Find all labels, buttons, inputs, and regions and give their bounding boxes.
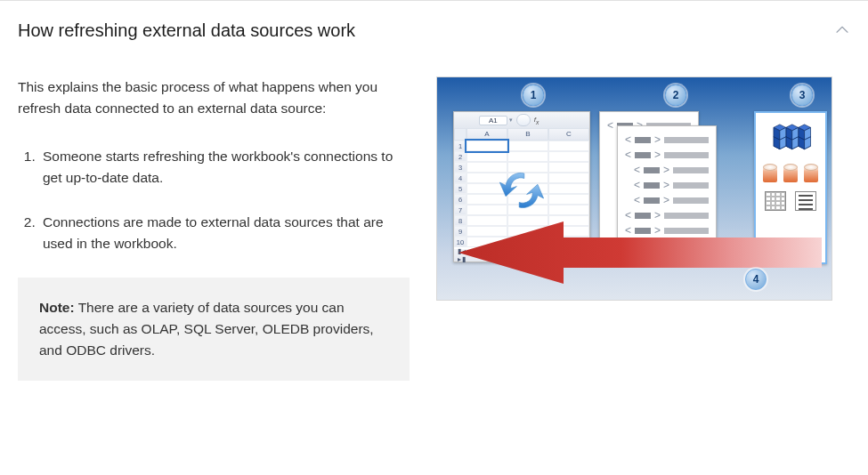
section-header-row[interactable]: How refreshing external data sources wor…	[18, 20, 850, 76]
connection-files-icon: <> <> <> <> <> <> <> <>	[599, 111, 742, 261]
spreadsheet-icon: A1 ▾ fx A B C 12345678910	[453, 111, 590, 262]
intro-paragraph: This explains the basic process of what …	[18, 76, 410, 119]
callout-badge-1: 1	[523, 85, 544, 106]
note-callout: Note: There are a variety of data source…	[18, 278, 410, 381]
database-icon	[783, 166, 798, 182]
steps-list: Someone starts refreshing the workbook's…	[18, 146, 410, 254]
section-heading: How refreshing external data sources wor…	[18, 20, 355, 41]
callout-badge-2: 2	[665, 85, 686, 106]
sheet-tab: Sheet2	[530, 251, 564, 260]
col-header: A	[466, 128, 507, 141]
callout-badge-3: 3	[791, 85, 813, 106]
callout-badge-4: 4	[745, 269, 767, 290]
note-label: Note:	[39, 300, 75, 315]
step-item: Connections are made to external data so…	[39, 212, 410, 254]
help-article-section: How refreshing external data sources wor…	[0, 0, 868, 475]
database-icon	[804, 166, 818, 182]
refresh-arrows-icon	[497, 165, 547, 215]
step-item: Someone starts refreshing the workbook's…	[39, 146, 410, 189]
refresh-process-diagram: 1 2 3 A1 ▾ fx A B C 12345678910	[436, 76, 832, 301]
article-text-column: This explains the basic process of what …	[18, 76, 410, 381]
col-header: C	[548, 128, 589, 141]
sheet-tab: Sheet1	[494, 251, 528, 260]
name-box: A1	[479, 116, 507, 125]
database-icon	[763, 166, 777, 182]
col-header: B	[507, 128, 548, 141]
data-sources-icon	[754, 111, 827, 264]
table-source-icon	[765, 191, 786, 211]
note-body: There are a variety of data sources you …	[39, 300, 374, 358]
list-source-icon	[795, 191, 816, 211]
database-icons-row	[756, 166, 825, 182]
olap-cube-icon	[767, 118, 814, 157]
sheet-tab: She	[565, 251, 589, 260]
chevron-up-icon[interactable]	[834, 22, 850, 42]
